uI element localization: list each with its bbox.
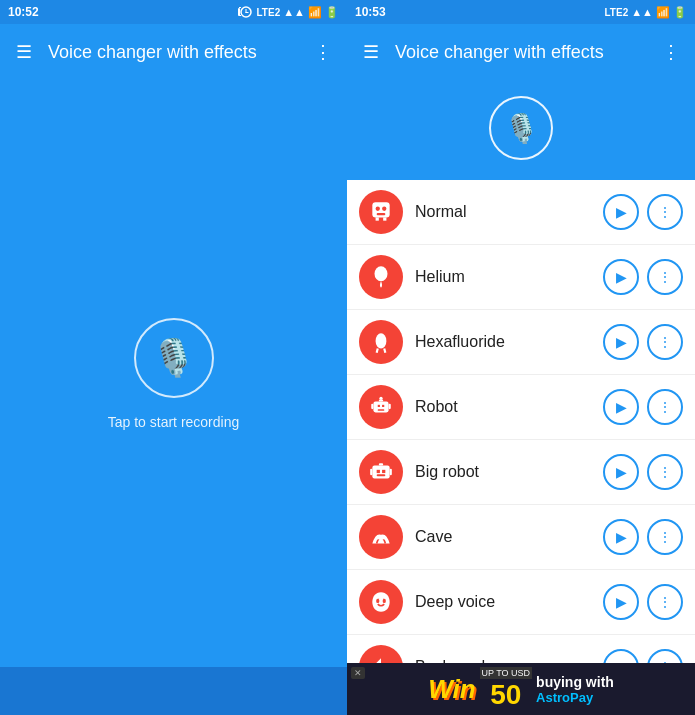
svg-rect-16 bbox=[382, 405, 384, 407]
effect-icon-big-robot bbox=[359, 450, 403, 494]
right-overflow-menu-button[interactable]: ⋮ bbox=[662, 41, 679, 63]
right-app-title: Voice changer with effects bbox=[395, 42, 646, 63]
effect-actions-helium: ▶ ⋮ bbox=[603, 259, 683, 295]
effect-actions-big-robot: ▶ ⋮ bbox=[603, 454, 683, 490]
right-panel: 10:53 LTE2 ▲▲ 📶 🔋 ☰ Voice changer with e… bbox=[347, 0, 695, 715]
svg-point-30 bbox=[383, 599, 386, 603]
svg-rect-5 bbox=[245, 12, 248, 13]
effect-icon-helium bbox=[359, 255, 403, 299]
svg-rect-20 bbox=[371, 404, 373, 409]
svg-point-29 bbox=[376, 599, 379, 603]
ad-win-text: Win bbox=[428, 674, 475, 705]
effect-name-deep-voice: Deep voice bbox=[415, 593, 603, 611]
effect-item-cave: Cave ▶ ⋮ bbox=[347, 505, 695, 570]
svg-point-12 bbox=[375, 266, 388, 281]
right-hamburger-button[interactable]: ☰ bbox=[363, 41, 379, 63]
ad-buying-text: buying with bbox=[536, 674, 614, 690]
effect-item-deep-voice: Deep voice ▶ ⋮ bbox=[347, 570, 695, 635]
play-button-hexafluoride[interactable]: ▶ bbox=[603, 324, 639, 360]
more-button-big-robot[interactable]: ⋮ bbox=[647, 454, 683, 490]
effect-item-backwards: Backwards ▶ ⋮ bbox=[347, 635, 695, 663]
effects-list: Normal ▶ ⋮ Helium ▶ ⋮ Hexafluoride ▶ ⋮ R… bbox=[347, 180, 695, 663]
left-app-bar: ☰ Voice changer with effects ⋮ bbox=[0, 24, 347, 80]
svg-rect-15 bbox=[378, 405, 380, 407]
mic-button[interactable]: 🎙️ bbox=[134, 318, 214, 398]
network-badge-right: LTE2 bbox=[605, 7, 629, 18]
left-overflow-menu-button[interactable]: ⋮ bbox=[314, 41, 331, 63]
effect-icon-deep-voice bbox=[359, 580, 403, 624]
effect-icon-hexafluoride bbox=[359, 320, 403, 364]
more-button-normal[interactable]: ⋮ bbox=[647, 194, 683, 230]
svg-rect-23 bbox=[377, 470, 380, 473]
right-mic-button[interactable]: 🎙️ bbox=[489, 96, 553, 160]
left-app-title: Voice changer with effects bbox=[48, 42, 298, 63]
alarm-icon bbox=[238, 6, 254, 18]
more-button-backwards[interactable]: ⋮ bbox=[647, 649, 683, 663]
play-button-cave[interactable]: ▶ bbox=[603, 519, 639, 555]
svg-point-7 bbox=[376, 207, 380, 211]
ad-close-icon[interactable]: ✕ bbox=[351, 667, 365, 679]
effect-actions-robot: ▶ ⋮ bbox=[603, 389, 683, 425]
svg-rect-26 bbox=[379, 463, 383, 465]
right-microphone-icon: 🎙️ bbox=[504, 112, 539, 145]
effect-name-hexafluoride: Hexafluoride bbox=[415, 333, 603, 351]
play-button-backwards[interactable]: ▶ bbox=[603, 649, 639, 663]
network-badge-left: LTE2 bbox=[257, 7, 281, 18]
left-status-bar: 10:52 LTE2 ▲▲ 📶 🔋 bbox=[0, 0, 347, 24]
effect-name-cave: Cave bbox=[415, 528, 603, 546]
effect-actions-cave: ▶ ⋮ bbox=[603, 519, 683, 555]
effect-name-big-robot: Big robot bbox=[415, 463, 603, 481]
effect-name-robot: Robot bbox=[415, 398, 603, 416]
left-time: 10:52 bbox=[8, 5, 39, 19]
more-button-hexafluoride[interactable]: ⋮ bbox=[647, 324, 683, 360]
ad-banner: ✕ Win UP TO USD 50 buying with AstroPay bbox=[347, 663, 695, 715]
right-time: 10:53 bbox=[355, 5, 386, 19]
signal-icon-right: ▲▲ bbox=[631, 6, 653, 18]
more-button-deep-voice[interactable]: ⋮ bbox=[647, 584, 683, 620]
right-status-bar: 10:53 LTE2 ▲▲ 📶 🔋 bbox=[347, 0, 695, 24]
svg-rect-0 bbox=[238, 8, 240, 16]
effect-icon-backwards bbox=[359, 645, 403, 663]
effect-item-big-robot: Big robot ▶ ⋮ bbox=[347, 440, 695, 505]
more-button-robot[interactable]: ⋮ bbox=[647, 389, 683, 425]
ad-brand-block: buying with AstroPay bbox=[536, 674, 614, 705]
svg-rect-28 bbox=[390, 469, 392, 476]
svg-rect-9 bbox=[377, 213, 386, 215]
ad-amount: 50 bbox=[490, 679, 521, 711]
svg-point-13 bbox=[376, 333, 387, 348]
effect-name-helium: Helium bbox=[415, 268, 603, 286]
svg-rect-27 bbox=[370, 469, 372, 476]
effect-actions-normal: ▶ ⋮ bbox=[603, 194, 683, 230]
left-hamburger-button[interactable]: ☰ bbox=[16, 41, 32, 63]
svg-rect-11 bbox=[383, 217, 386, 220]
play-button-deep-voice[interactable]: ▶ bbox=[603, 584, 639, 620]
more-button-cave[interactable]: ⋮ bbox=[647, 519, 683, 555]
svg-point-19 bbox=[379, 397, 382, 400]
play-button-normal[interactable]: ▶ bbox=[603, 194, 639, 230]
left-bottom-nav bbox=[0, 667, 347, 715]
svg-rect-21 bbox=[389, 404, 391, 409]
effect-item-hexafluoride: Hexafluoride ▶ ⋮ bbox=[347, 310, 695, 375]
effect-icon-cave bbox=[359, 515, 403, 559]
ad-amount-block: UP TO USD 50 bbox=[480, 667, 533, 711]
signal-icon-left: ▲▲ bbox=[283, 6, 305, 18]
more-button-helium[interactable]: ⋮ bbox=[647, 259, 683, 295]
play-button-helium[interactable]: ▶ bbox=[603, 259, 639, 295]
play-button-big-robot[interactable]: ▶ bbox=[603, 454, 639, 490]
svg-rect-2 bbox=[239, 15, 241, 16]
left-main-content: 🎙️ Tap to start recording bbox=[0, 80, 347, 667]
wifi-icon-left: 📶 bbox=[308, 6, 322, 19]
svg-rect-17 bbox=[378, 409, 385, 411]
ad-brand-text: AstroPay bbox=[536, 690, 614, 705]
effect-item-normal: Normal ▶ ⋮ bbox=[347, 180, 695, 245]
wifi-icon-right: 📶 bbox=[656, 6, 670, 19]
left-panel: 10:52 LTE2 ▲▲ 📶 🔋 ☰ Voice changer with e… bbox=[0, 0, 347, 715]
play-button-robot[interactable]: ▶ bbox=[603, 389, 639, 425]
right-app-bar: ☰ Voice changer with effects ⋮ bbox=[347, 24, 695, 80]
ad-content: Win UP TO USD 50 buying with AstroPay bbox=[428, 667, 614, 711]
effect-item-helium: Helium ▶ ⋮ bbox=[347, 245, 695, 310]
svg-rect-25 bbox=[377, 474, 386, 476]
right-mic-section: 🎙️ bbox=[347, 80, 695, 180]
effect-icon-normal bbox=[359, 190, 403, 234]
svg-rect-24 bbox=[382, 470, 385, 473]
